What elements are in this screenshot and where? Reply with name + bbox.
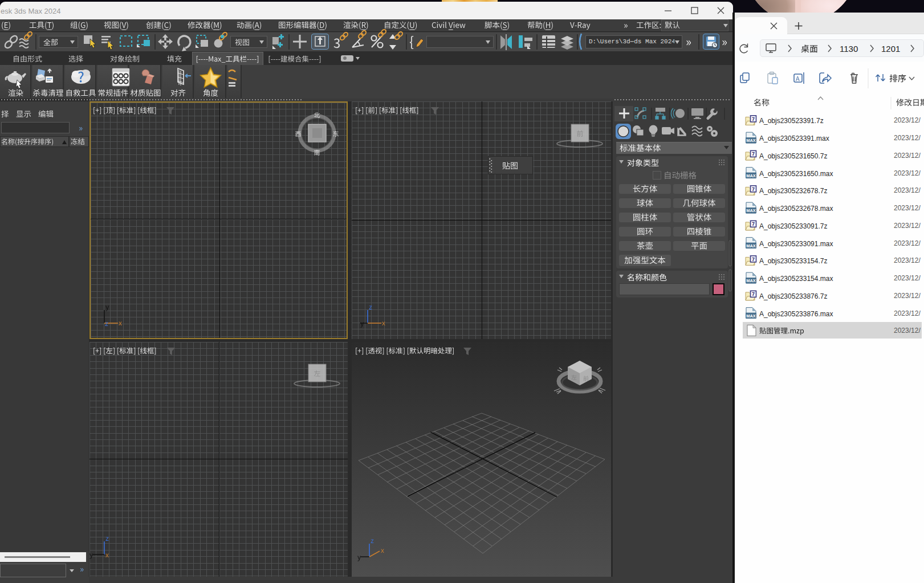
svg-text:7: 7 xyxy=(752,116,755,122)
svg-text:MAX: MAX xyxy=(746,208,756,213)
svg-text:MAX: MAX xyxy=(746,313,756,319)
svg-text:MAX: MAX xyxy=(746,173,756,178)
svg-text:MAX: MAX xyxy=(746,278,756,283)
svg-text:MAX: MAX xyxy=(746,243,756,248)
svg-text:7: 7 xyxy=(752,186,755,192)
svg-text:7: 7 xyxy=(752,221,755,227)
svg-text:7: 7 xyxy=(752,291,755,297)
svg-text:7: 7 xyxy=(752,151,755,157)
svg-text:MAX: MAX xyxy=(746,138,756,143)
svg-text:7: 7 xyxy=(752,256,755,262)
